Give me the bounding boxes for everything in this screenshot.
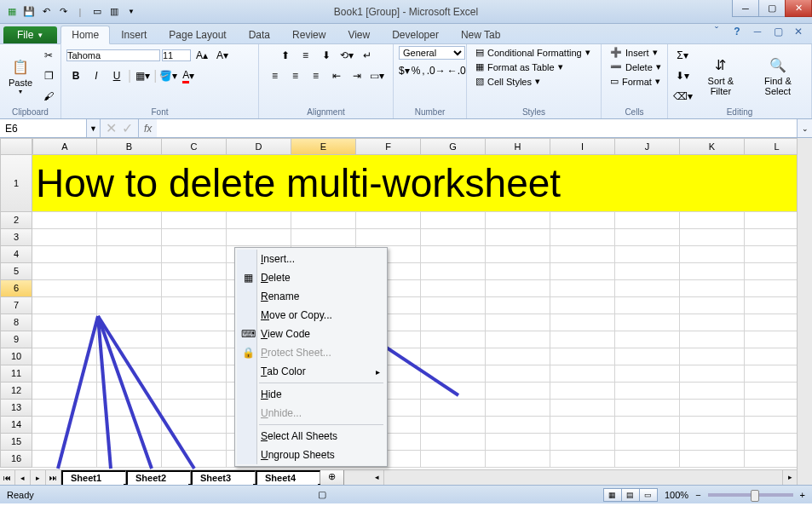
tab-page-layout[interactable]: Page Layout (158, 26, 237, 43)
column-header-F[interactable]: F (356, 138, 421, 155)
copy-icon[interactable]: ❐ (39, 66, 58, 85)
close-button[interactable]: ✕ (785, 0, 812, 17)
tab-home[interactable]: Home (60, 26, 110, 44)
tab-developer[interactable]: Developer (381, 26, 450, 43)
decrease-decimal-icon[interactable]: ←.0 (447, 61, 466, 80)
ctx-view-code[interactable]: ⌨View Code (237, 325, 385, 343)
cell-area[interactable]: How to delete multi-worksheet (32, 155, 797, 469)
merge-icon[interactable]: ▭▾ (368, 66, 387, 85)
underline-button[interactable]: U (107, 66, 126, 85)
row-header-1[interactable]: 1 (0, 155, 32, 212)
insert-sheet-button[interactable]: ⊕ (320, 470, 344, 485)
align-top-icon[interactable]: ⬆ (276, 46, 295, 65)
enter-formula-icon[interactable]: ✓ (122, 120, 133, 136)
expand-formula-bar-icon[interactable]: ⌄ (797, 119, 812, 137)
fill-icon[interactable]: ⬇▾ (673, 66, 692, 85)
view-normal-icon[interactable]: ▦ (603, 488, 622, 502)
row-header-7[interactable]: 7 (0, 297, 32, 314)
align-right-icon[interactable]: ≡ (307, 66, 325, 85)
font-size-input[interactable] (162, 49, 191, 61)
fx-label[interactable]: fx (139, 119, 157, 137)
format-as-table-button[interactable]: ▦Format as Table ▾ (472, 60, 567, 73)
tab-view[interactable]: View (337, 26, 381, 43)
decrease-font-icon[interactable]: A▾ (213, 46, 232, 65)
row-header-6[interactable]: 6 (0, 280, 32, 297)
sheet-tab-sheet3[interactable]: Sheet3 (191, 470, 256, 485)
column-header-A[interactable]: A (32, 138, 97, 155)
cells-format-button[interactable]: ▭ Format ▾ (607, 75, 664, 88)
font-color-button[interactable]: A▾ (179, 66, 198, 85)
cut-icon[interactable]: ✂ (39, 46, 58, 65)
column-header-C[interactable]: C (162, 138, 227, 155)
row-header-3[interactable]: 3 (0, 229, 32, 246)
workbook-minimize-icon[interactable]: ─ (751, 26, 764, 39)
cancel-formula-icon[interactable]: ✕ (106, 120, 117, 136)
sheet-nav-first-icon[interactable]: ⏮ (0, 470, 15, 485)
tab-review[interactable]: Review (281, 26, 337, 43)
increase-decimal-icon[interactable]: .0→ (427, 61, 446, 80)
column-header-E[interactable]: E (291, 138, 356, 155)
percent-icon[interactable]: % (412, 61, 421, 80)
align-bottom-icon[interactable]: ⬇ (317, 46, 336, 65)
row-header-2[interactable]: 2 (0, 212, 32, 229)
column-header-D[interactable]: D (227, 138, 291, 155)
ctx-select-all-sheets[interactable]: Select All Sheets (237, 427, 385, 446)
banner-cell[interactable]: How to delete multi-worksheet (32, 155, 808, 211)
ctx-tab-color[interactable]: Tab Color (237, 362, 385, 381)
macro-record-icon[interactable]: ▢ (318, 489, 326, 500)
fill-color-button[interactable]: 🪣▾ (158, 66, 177, 85)
zoom-slider[interactable] (708, 493, 793, 497)
redo-icon[interactable]: ↷ (56, 5, 70, 19)
column-header-G[interactable]: G (421, 138, 486, 155)
font-name-input[interactable] (66, 49, 160, 61)
align-left-icon[interactable]: ≡ (266, 66, 285, 85)
tab-insert[interactable]: Insert (110, 26, 158, 43)
currency-icon[interactable]: $▾ (399, 61, 410, 80)
conditional-formatting-button[interactable]: ▤Conditional Formatting ▾ (472, 46, 594, 59)
save-icon[interactable]: 💾 (22, 5, 36, 19)
comma-icon[interactable]: , (422, 61, 424, 80)
undo-icon[interactable]: ↶ (39, 5, 53, 19)
qat-btn-1[interactable]: ▭ (90, 5, 104, 19)
row-header-5[interactable]: 5 (0, 263, 32, 280)
workbook-close-icon[interactable]: ✕ (792, 26, 805, 39)
sheet-nav-next-icon[interactable]: ▸ (31, 470, 46, 485)
row-header-4[interactable]: 4 (0, 246, 32, 263)
zoom-level[interactable]: 100% (665, 490, 688, 500)
row-header-16[interactable]: 16 (0, 451, 32, 468)
bold-button[interactable]: B (66, 66, 85, 85)
paste-button[interactable]: 📋 Paste ▾ (5, 55, 36, 97)
number-format-select[interactable]: General (399, 46, 465, 60)
row-header-13[interactable]: 13 (0, 400, 32, 417)
row-header-14[interactable]: 14 (0, 417, 32, 434)
cells-delete-button[interactable]: ➖ Delete ▾ (607, 60, 665, 73)
align-center-icon[interactable]: ≡ (286, 66, 305, 85)
ctx-delete[interactable]: ▦Delete (237, 268, 385, 287)
vertical-scrollbar[interactable] (797, 138, 812, 485)
ctx-rename[interactable]: Rename (237, 287, 385, 306)
cell-styles-button[interactable]: ▧Cell Styles ▾ (472, 75, 544, 88)
sheet-tab-sheet2[interactable]: Sheet2 (126, 470, 191, 485)
clear-icon[interactable]: ⌫▾ (673, 87, 692, 106)
workbook-restore-icon[interactable]: ▢ (771, 26, 785, 39)
zoom-out-icon[interactable]: − (695, 490, 700, 500)
ctx-move-copy[interactable]: Move or Copy... (237, 306, 385, 325)
help-icon[interactable]: ? (730, 26, 744, 39)
row-header-15[interactable]: 15 (0, 434, 32, 451)
border-button[interactable]: ▦▾ (133, 66, 152, 85)
minimize-button[interactable]: ─ (732, 0, 759, 17)
increase-font-icon[interactable]: A▴ (193, 46, 211, 65)
cells-insert-button[interactable]: ➕ Insert ▾ (607, 46, 661, 59)
row-header-11[interactable]: 11 (0, 365, 32, 383)
worksheet-grid[interactable]: ABCDEFGHIJKL 12345678910111213141516 How… (0, 138, 812, 485)
sheet-nav-last-icon[interactable]: ⏭ (46, 470, 61, 485)
zoom-in-icon[interactable]: + (800, 490, 805, 500)
sort-filter-button[interactable]: ⇵ Sort & Filter (695, 54, 746, 98)
qat-dropdown-icon[interactable]: ▼ (124, 5, 138, 19)
format-painter-icon[interactable]: 🖌 (39, 87, 58, 106)
row-header-9[interactable]: 9 (0, 331, 32, 348)
column-header-I[interactable]: I (550, 138, 615, 155)
name-box[interactable] (0, 119, 87, 137)
column-header-B[interactable]: B (97, 138, 162, 155)
formula-input[interactable] (157, 119, 797, 137)
